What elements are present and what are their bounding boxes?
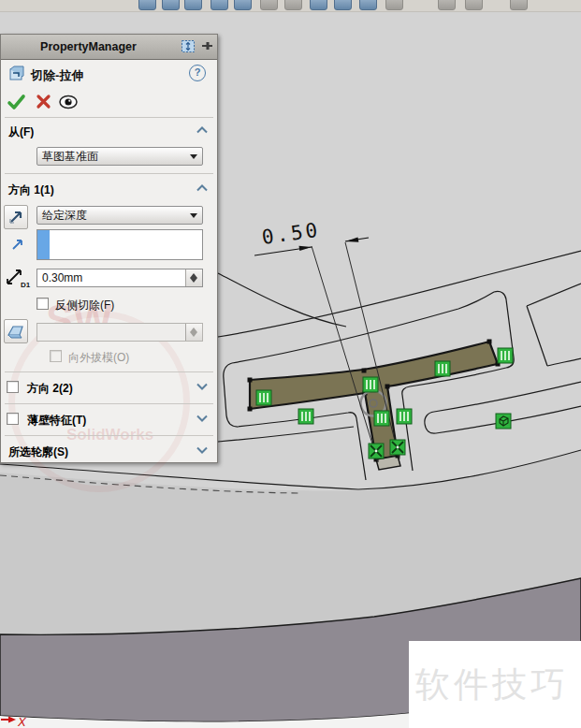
section-selected-contours-label: 所选轮廓(S) <box>8 444 68 460</box>
help-icon[interactable]: ? <box>189 65 206 81</box>
from-plane-value: 草图基准面 <box>42 150 98 163</box>
cancel-button[interactable] <box>35 93 53 111</box>
chevron-up-icon[interactable] <box>196 126 208 134</box>
parallel-relation-icon[interactable] <box>435 361 450 376</box>
dropdown-arrow-icon <box>190 213 197 218</box>
flip-side-label: 反侧切除(F) <box>55 298 114 313</box>
section-direction1-label: 方向 1(1) <box>8 182 54 198</box>
section-direction2-header[interactable]: 方向 2(2) <box>1 379 217 398</box>
zoom-to-fit-icon[interactable] <box>162 0 180 10</box>
merged-relation-icon[interactable] <box>369 444 384 459</box>
apply-scene-icon[interactable] <box>359 0 377 10</box>
intersection-relation-icon[interactable] <box>496 414 511 429</box>
spin-down-icon <box>190 278 197 283</box>
parallel-relation-icon[interactable] <box>363 377 378 392</box>
flip-side-checkbox[interactable] <box>36 298 49 310</box>
panel-title: PropertyManager <box>1 35 176 59</box>
end-condition-dropdown[interactable]: 给定深度 <box>36 206 203 225</box>
dropdown-arrow-icon <box>190 154 197 159</box>
direction-reference-selection-box[interactable] <box>36 229 203 260</box>
preview-eye-button[interactable] <box>59 95 80 109</box>
parallel-relation-icon[interactable] <box>374 411 389 426</box>
chevron-down-icon[interactable] <box>196 446 208 454</box>
merged-relation-icon[interactable] <box>390 440 405 455</box>
draft-outward-label: 向外拔模(O) <box>68 350 129 366</box>
reverse-direction-button[interactable] <box>4 205 28 229</box>
camera-view-icon[interactable] <box>465 0 483 10</box>
draft-outward-checkbox <box>50 350 62 362</box>
chevron-down-icon[interactable] <box>196 383 208 390</box>
feature-title: 切除-拉伸 <box>31 67 83 84</box>
section-direction2-label: 方向 2(2) <box>27 381 73 397</box>
watermark-text: 软件技巧 <box>415 665 569 704</box>
section-from-label: 从(F) <box>8 124 34 140</box>
section-selected-contours-header[interactable]: 所选轮廓(S) <box>1 443 217 461</box>
view-toolbar <box>0 0 581 12</box>
end-condition-value: 给定深度 <box>42 209 87 222</box>
selection-active-highlight <box>37 230 50 259</box>
display-style-icon[interactable] <box>284 0 302 10</box>
chevron-down-icon[interactable] <box>196 415 208 422</box>
section-thin-feature-header[interactable]: 薄壁特征(T) <box>1 411 217 430</box>
depth-icon-label: D1 <box>21 281 31 289</box>
edit-appearance-icon[interactable] <box>334 0 352 10</box>
spin-buttons[interactable] <box>185 269 202 286</box>
direction-reference-icon <box>10 237 25 252</box>
propertymanager-tab-icon[interactable] <box>181 38 196 54</box>
parallel-relation-icon[interactable] <box>256 390 271 405</box>
standard-views-icon[interactable] <box>138 0 156 10</box>
depth-d1-icon: D1 <box>4 267 32 289</box>
draft-angle-spinbox <box>36 323 203 342</box>
spin-buttons <box>185 324 202 341</box>
section-view-icon[interactable] <box>234 0 252 10</box>
thin-feature-checkbox[interactable] <box>7 413 19 425</box>
cut-extrude-feature-icon <box>8 66 25 82</box>
panel-titlebar[interactable]: PropertyManager <box>1 35 217 60</box>
property-manager-panel: SW SolidWorks PropertyManager <box>0 34 218 463</box>
zoom-to-area-icon[interactable] <box>184 0 202 10</box>
direction2-checkbox[interactable] <box>7 381 19 393</box>
previous-view-icon[interactable] <box>211 0 228 10</box>
parallel-relation-icon[interactable] <box>397 409 412 424</box>
pin-icon[interactable] <box>200 38 213 54</box>
solidworks-window: 0.50 软件技巧 <box>0 0 581 728</box>
shadows-icon[interactable] <box>438 0 456 10</box>
hide-show-items-icon[interactable] <box>310 0 327 10</box>
x-axis-label: X <box>17 715 27 728</box>
chevron-up-icon[interactable] <box>196 184 208 192</box>
ok-button[interactable] <box>7 93 27 111</box>
depth-value: 0.30mm <box>42 271 82 284</box>
view-orientation-icon[interactable] <box>260 0 278 10</box>
perspective-icon[interactable] <box>510 0 528 10</box>
section-thin-feature-label: 薄壁特征(T) <box>27 413 86 429</box>
section-direction1-header[interactable]: 方向 1(1) <box>1 181 217 199</box>
parallel-relation-icon[interactable] <box>298 409 313 424</box>
draft-button[interactable] <box>4 319 28 343</box>
section-from-header[interactable]: 从(F) <box>1 123 217 141</box>
parallel-relation-icon[interactable] <box>498 348 513 363</box>
depth-value-spinbox[interactable]: 0.30mm <box>36 269 203 287</box>
from-plane-dropdown[interactable]: 草图基准面 <box>36 147 203 166</box>
view-settings-icon[interactable] <box>385 0 403 10</box>
